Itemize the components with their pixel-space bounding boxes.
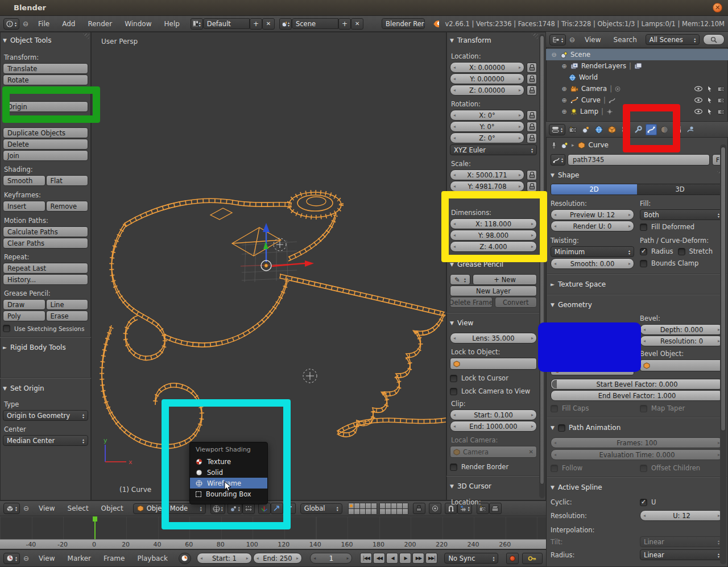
lock-location-z-button[interactable] bbox=[527, 85, 537, 96]
rotate-button[interactable]: Rotate bbox=[3, 75, 88, 85]
collapse-header-icon[interactable]: ⊖ bbox=[20, 504, 32, 512]
expand-item-icon[interactable]: ⊕ bbox=[561, 108, 568, 115]
editor-type-timeline-button[interactable] bbox=[3, 553, 20, 564]
bevel-object-field[interactable] bbox=[640, 359, 723, 371]
transform-orientation-select[interactable]: Global bbox=[300, 503, 342, 514]
outliner-row-world[interactable]: World bbox=[546, 72, 728, 83]
timeline-playback-menu[interactable]: Playback bbox=[131, 554, 174, 562]
outliner-filter-select[interactable]: All Scenes bbox=[646, 34, 700, 45]
keying-set-button[interactable] bbox=[522, 553, 543, 564]
sync-mode-select[interactable]: No Sync bbox=[444, 553, 498, 564]
stretch-checkbox[interactable] bbox=[678, 248, 685, 255]
radius-checkbox[interactable] bbox=[640, 248, 647, 255]
fill-mode-select[interactable]: Both bbox=[640, 209, 723, 220]
object-tools-header[interactable]: ▼ Object Tools bbox=[3, 35, 88, 45]
outliner-row-curve[interactable]: ⊕ Curve | bbox=[546, 94, 728, 106]
smooth-button[interactable]: Smooth bbox=[3, 175, 46, 186]
pin-icon[interactable] bbox=[551, 142, 557, 149]
convert-button[interactable]: Convert bbox=[495, 297, 537, 308]
spline-resolution-field[interactable]: U: 12 bbox=[640, 510, 723, 521]
center-select[interactable]: Median Center bbox=[3, 435, 88, 446]
expand-item-icon[interactable]: ⊕ bbox=[561, 63, 568, 70]
map-taper-checkbox[interactable] bbox=[640, 405, 647, 412]
menu-window[interactable]: Window bbox=[118, 20, 158, 28]
outliner-row-scene[interactable]: ⊖ Scene bbox=[546, 49, 728, 60]
view-menu[interactable]: View bbox=[32, 504, 61, 512]
active-spline-panel-header[interactable]: ▼Active Spline bbox=[551, 482, 723, 492]
rotation-x-field[interactable]: X: 0° bbox=[450, 110, 524, 121]
lock-location-x-button[interactable] bbox=[527, 63, 537, 73]
clear-paths-button[interactable]: Clear Paths bbox=[3, 238, 88, 249]
jump-to-end-button[interactable]: ▶▶| bbox=[425, 553, 437, 564]
frame-end-field[interactable]: End: 250 bbox=[253, 553, 302, 564]
fill-caps-checkbox[interactable] bbox=[551, 405, 558, 412]
grease-draw-button[interactable]: Draw bbox=[3, 299, 46, 310]
delete-button[interactable]: Delete bbox=[3, 139, 88, 150]
shape-panel-header[interactable]: ▼Shape bbox=[551, 170, 723, 180]
frame-start-field[interactable]: Start: 1 bbox=[197, 553, 252, 564]
tab-modifiers[interactable] bbox=[632, 124, 644, 135]
layers-grid-2[interactable] bbox=[379, 503, 408, 515]
current-frame-field[interactable]: 1 bbox=[310, 553, 352, 564]
collapse-outliner-menus[interactable]: ⊖ bbox=[566, 36, 578, 44]
scale-x-field[interactable]: X: 5000.171 bbox=[450, 169, 524, 180]
timeline-view-menu[interactable]: View bbox=[32, 554, 61, 562]
flat-button[interactable]: Flat bbox=[46, 175, 89, 186]
tab-scene[interactable] bbox=[580, 124, 592, 135]
calculate-paths-button[interactable]: Calculate Paths bbox=[3, 226, 88, 237]
visibility-eye-icon[interactable] bbox=[694, 97, 702, 103]
frames-field[interactable]: Frames: 100 bbox=[551, 437, 723, 448]
grease-poly-button[interactable]: Poly bbox=[3, 311, 46, 321]
auto-keyframe-button[interactable] bbox=[506, 553, 519, 564]
rotation-y-field[interactable]: Y: 0° bbox=[450, 121, 524, 132]
end-bevel-factor-slider[interactable]: End Bevel Factor: 1.000 bbox=[551, 390, 723, 401]
duplicate-objects-button[interactable]: Duplicate Objects bbox=[3, 127, 88, 138]
delete-scene-button[interactable]: ✕ bbox=[351, 18, 363, 30]
datablock-name-field[interactable]: path7345 bbox=[568, 154, 710, 165]
rotation-mode-select[interactable]: XYZ Euler bbox=[450, 144, 537, 155]
breadcrumb-object-icon[interactable] bbox=[578, 142, 585, 149]
manipulate-center-points-button[interactable] bbox=[242, 503, 255, 514]
outliner-search-field[interactable] bbox=[703, 34, 725, 45]
origin-type-select[interactable]: Origin to Geometry bbox=[3, 410, 88, 421]
menu-render[interactable]: Render bbox=[81, 20, 118, 28]
proportional-edit-button[interactable] bbox=[429, 503, 441, 514]
geometry-panel-header[interactable]: ▼Geometry bbox=[551, 300, 723, 310]
shading-solid-item[interactable]: Solid bbox=[190, 467, 267, 478]
grease-erase-button[interactable]: Erase bbox=[46, 311, 89, 321]
view-panel-header[interactable]: ▼View bbox=[450, 318, 537, 328]
outliner-row-renderlayers[interactable]: ⊕ RenderLayers | bbox=[546, 60, 728, 72]
tab-constraints[interactable] bbox=[619, 124, 631, 135]
follow-checkbox[interactable] bbox=[551, 465, 558, 472]
texture-space-panel-header[interactable]: ►Texture Space bbox=[551, 279, 723, 289]
cyclic-u-checkbox[interactable] bbox=[640, 499, 647, 506]
editor-type-info-button[interactable]: i bbox=[3, 18, 19, 30]
rotate-manipulator-button[interactable] bbox=[271, 503, 283, 514]
dimension-2d-button[interactable]: 2D bbox=[551, 184, 637, 194]
translate-button[interactable]: Translate bbox=[3, 63, 88, 74]
location-y-field[interactable]: Y: 0.00000 bbox=[450, 73, 524, 84]
bevel-resolution-field[interactable]: Resolution: 0 bbox=[640, 336, 723, 346]
shading-texture-item[interactable]: Texture bbox=[190, 456, 267, 467]
clip-end-field[interactable]: End: 1000.000 bbox=[450, 421, 537, 432]
dimension-3d-button[interactable]: 3D bbox=[637, 184, 723, 194]
path-animation-panel-header[interactable]: ▼Path Animation bbox=[551, 423, 723, 433]
set-origin-header[interactable]: ▼ Set Origin bbox=[3, 383, 88, 394]
npanel-scrollbar[interactable] bbox=[539, 34, 545, 498]
collapse-menus-icon[interactable]: ⊖ bbox=[19, 20, 32, 28]
outliner-search-menu[interactable]: Search bbox=[607, 36, 643, 44]
scene-name-field[interactable]: Scene bbox=[292, 18, 338, 29]
delete-layout-button[interactable]: ✕ bbox=[262, 18, 275, 30]
collapse-timeline-menus[interactable]: ⊖ bbox=[20, 554, 32, 562]
renderability-camera-icon[interactable] bbox=[717, 109, 725, 114]
scrollbar-thumb[interactable] bbox=[721, 147, 726, 431]
object-menu[interactable]: Object bbox=[95, 504, 130, 512]
scale-y-field[interactable]: Y: 4981.708 bbox=[450, 181, 524, 192]
expand-item-icon[interactable]: ⊕ bbox=[561, 97, 568, 104]
menu-add[interactable]: Add bbox=[56, 20, 81, 28]
lock-layers-button[interactable] bbox=[413, 503, 425, 514]
breadcrumb-scene-icon[interactable] bbox=[561, 142, 568, 149]
play-reverse-button[interactable]: ◀ bbox=[386, 553, 398, 564]
tab-object-data[interactable] bbox=[646, 124, 657, 135]
visibility-eye-icon[interactable] bbox=[694, 86, 702, 92]
